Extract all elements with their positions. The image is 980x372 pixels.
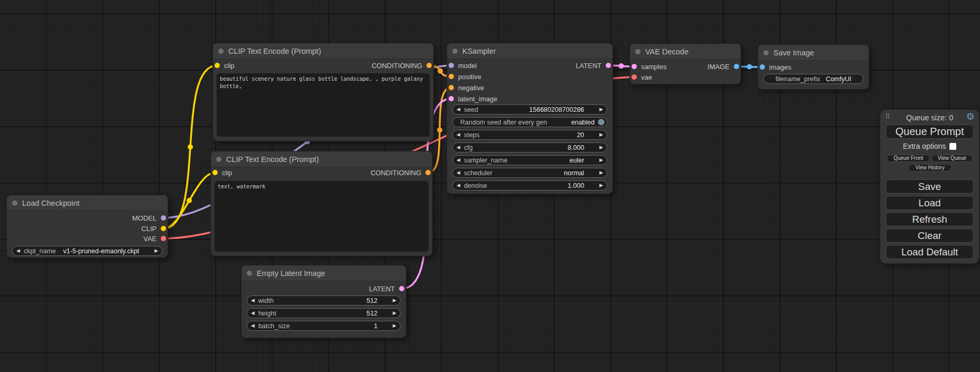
scheduler-widget[interactable]: ◀ scheduler normal ▶ — [452, 168, 607, 178]
node-ksampler[interactable]: KSampler model LATENT positive negative … — [447, 43, 613, 194]
node-title-bar[interactable]: Save Image — [758, 45, 869, 61]
node-title-bar[interactable]: Empty Latent Image — [241, 265, 406, 281]
ckpt-name-widget[interactable]: ◀ ckpt_name v1-5-pruned-emaonly.ckpt ▶ — [12, 246, 162, 256]
output-slot-conditioning[interactable] — [426, 63, 432, 68]
node-title-bar[interactable]: CLIP Text Encode (Prompt) — [213, 43, 433, 59]
view-queue-button[interactable]: View Queue — [932, 155, 973, 162]
collapse-dot[interactable] — [218, 49, 224, 54]
increment-arrow-icon[interactable]: ▶ — [596, 143, 607, 152]
node-clip-text-encode-positive[interactable]: CLIP Text Encode (Prompt) clip CONDITION… — [213, 43, 433, 141]
prompt-textarea[interactable]: beautiful scenery nature glass bottle la… — [217, 73, 430, 137]
node-load-checkpoint[interactable]: Load Checkpoint MODEL CLIP VAE ◀ ckpt_na… — [7, 195, 168, 257]
node-title: CLIP Text Encode (Prompt) — [226, 155, 319, 164]
increment-arrow-icon[interactable]: ▶ — [389, 321, 400, 330]
load-default-button[interactable]: Load Default — [886, 245, 974, 259]
decrement-arrow-icon[interactable]: ◀ — [453, 168, 464, 177]
increment-arrow-icon[interactable]: ▶ — [596, 168, 607, 177]
input-label-negative: negative — [458, 84, 484, 92]
output-slot-vae[interactable] — [161, 236, 166, 241]
cfg-widget[interactable]: ◀ cfg 8.000 ▶ — [452, 142, 607, 152]
increment-arrow-icon[interactable]: ▶ — [389, 296, 400, 305]
input-slot-clip[interactable] — [215, 63, 220, 68]
filename-prefix-widget[interactable]: filename_prefix ComfyUI — [763, 74, 863, 84]
input-slot-negative[interactable] — [449, 85, 454, 90]
node-vae-decode[interactable]: VAE Decode samples IMAGE vae — [630, 44, 741, 84]
extra-options-checkbox[interactable] — [949, 143, 956, 150]
clear-button[interactable]: Clear — [886, 228, 974, 243]
decrement-arrow-icon[interactable]: ◀ — [453, 105, 464, 114]
collapse-dot[interactable] — [635, 49, 641, 54]
decrement-arrow-icon[interactable]: ◀ — [13, 246, 24, 255]
toggle-enabled-dot[interactable] — [598, 119, 605, 126]
widget-value[interactable]: 8.000 — [568, 144, 584, 151]
seed-widget[interactable]: ◀ seed 156680208700286 ▶ — [452, 104, 607, 115]
decrement-arrow-icon[interactable]: ◀ — [453, 181, 464, 190]
collapse-dot[interactable] — [216, 157, 221, 162]
node-title-bar[interactable]: Load Checkpoint — [7, 195, 168, 211]
increment-arrow-icon[interactable]: ▶ — [596, 130, 607, 139]
decrement-arrow-icon[interactable]: ◀ — [453, 143, 464, 152]
input-slot-vae[interactable] — [632, 74, 637, 80]
increment-arrow-icon[interactable]: ▶ — [596, 181, 607, 190]
collapse-dot[interactable] — [12, 201, 17, 206]
increment-arrow-icon[interactable]: ▶ — [389, 309, 400, 318]
save-button[interactable]: Save — [886, 179, 974, 194]
widget-value[interactable]: 20 — [577, 131, 584, 139]
widget-value[interactable]: 1.000 — [568, 182, 584, 189]
node-empty-latent-image[interactable]: Empty Latent Image LATENT ◀ width 512 ▶ … — [241, 265, 406, 338]
widget-value[interactable]: v1-5-pruned-emaonly.ckpt — [63, 247, 139, 255]
batch-size-widget[interactable]: ◀ batch_size 1 ▶ — [247, 321, 401, 331]
node-save-image[interactable]: Save Image images filename_prefix ComfyU… — [758, 45, 869, 89]
gear-icon[interactable]: ⚙ — [966, 111, 975, 122]
random-seed-widget[interactable]: Random seed after every gen enabled — [452, 117, 607, 127]
prompt-textarea[interactable]: text, watermark — [215, 181, 429, 252]
output-slot-model[interactable] — [161, 215, 166, 221]
input-slot-images[interactable] — [760, 64, 765, 70]
widget-value[interactable]: enabled — [571, 119, 595, 126]
node-title-bar[interactable]: KSampler — [447, 43, 613, 59]
queue-front-button[interactable]: Queue Front — [887, 155, 930, 162]
node-clip-text-encode-negative[interactable]: CLIP Text Encode (Prompt) clip CONDITION… — [211, 151, 432, 256]
input-slot-samples[interactable] — [632, 64, 637, 69]
widget-value[interactable]: ComfyUI — [826, 75, 851, 83]
decrement-arrow-icon[interactable]: ◀ — [247, 309, 258, 318]
widget-value[interactable]: 156680208700286 — [529, 106, 584, 113]
view-history-button[interactable]: View History — [908, 164, 952, 171]
decrement-arrow-icon[interactable]: ◀ — [453, 130, 464, 139]
node-title-bar[interactable]: VAE Decode — [630, 44, 741, 60]
widget-value[interactable]: 1 — [374, 322, 377, 330]
increment-arrow-icon[interactable]: ▶ — [151, 246, 162, 255]
input-slot-clip[interactable] — [212, 170, 218, 175]
width-widget[interactable]: ◀ width 512 ▶ — [247, 295, 401, 306]
widget-value[interactable]: 512 — [366, 297, 377, 304]
output-slot-conditioning[interactable] — [425, 170, 431, 175]
input-slot-latent-image[interactable] — [449, 96, 454, 101]
output-slot-image[interactable] — [734, 64, 739, 69]
decrement-arrow-icon[interactable]: ◀ — [247, 296, 258, 305]
input-slot-model[interactable] — [449, 63, 454, 68]
decrement-arrow-icon[interactable]: ◀ — [453, 156, 464, 165]
increment-arrow-icon[interactable]: ▶ — [596, 105, 607, 114]
increment-arrow-icon[interactable]: ▶ — [596, 156, 607, 165]
comfyui-canvas[interactable]: { "icons": { "left_arrow": "◀", "right_a… — [0, 0, 980, 372]
queue-prompt-button[interactable]: Queue Prompt — [886, 125, 974, 139]
denoise-widget[interactable]: ◀ denoise 1.000 ▶ — [452, 180, 607, 190]
node-title-bar[interactable]: CLIP Text Encode (Prompt) — [211, 151, 432, 167]
output-slot-latent[interactable] — [606, 63, 611, 68]
widget-value[interactable]: 512 — [366, 310, 377, 317]
output-slot-latent[interactable] — [399, 286, 404, 291]
collapse-dot[interactable] — [247, 271, 252, 276]
collapse-dot[interactable] — [763, 50, 769, 55]
load-button[interactable]: Load — [886, 196, 974, 210]
output-slot-clip[interactable] — [161, 226, 166, 231]
widget-value[interactable]: normal — [564, 169, 584, 177]
input-slot-positive[interactable] — [449, 74, 454, 79]
refresh-button[interactable]: Refresh — [886, 212, 974, 226]
height-widget[interactable]: ◀ height 512 ▶ — [247, 308, 401, 318]
widget-value[interactable]: euler — [569, 157, 584, 164]
collapse-dot[interactable] — [452, 49, 458, 54]
steps-widget[interactable]: ◀ steps 20 ▶ — [452, 130, 607, 140]
sampler-name-widget[interactable]: ◀ sampler_name euler ▶ — [452, 155, 607, 165]
queue-panel[interactable]: ⠿ Queue size: 0 ⚙ Queue Prompt Extra opt… — [880, 110, 979, 263]
decrement-arrow-icon[interactable]: ◀ — [247, 321, 258, 330]
